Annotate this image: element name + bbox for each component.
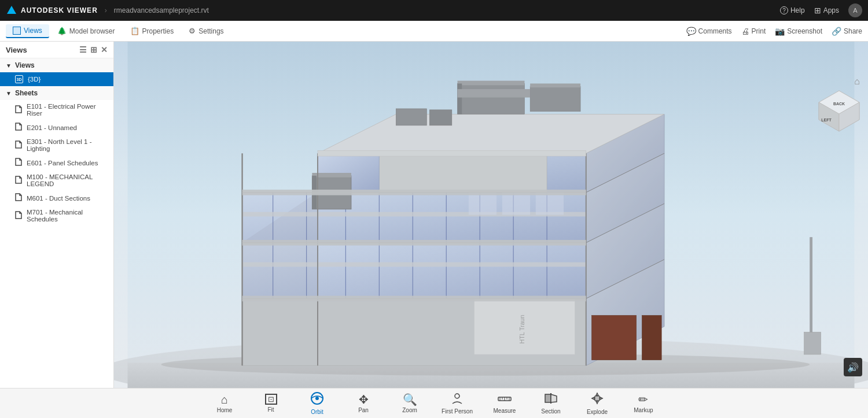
svg-rect-45 (429, 110, 452, 125)
first-person-tool[interactable]: First Person (442, 392, 473, 415)
pan-tool-label: Pan (358, 407, 369, 413)
pan-tool[interactable]: ✥ Pan (349, 394, 378, 413)
sheets-section-label: Sheets (15, 89, 38, 97)
sheet-item-label: M601 - Duct Sections (27, 195, 108, 202)
sound-icon: 🔊 (847, 362, 859, 373)
svg-marker-90 (551, 394, 557, 402)
svg-rect-42 (530, 83, 580, 87)
svg-rect-44 (396, 109, 426, 125)
svg-text:LEFT: LEFT (821, 118, 832, 122)
top-bar: AUTODESK VIEWER › rmeadvancedsampleproje… (0, 0, 868, 21)
section-tool-label: Section (541, 408, 560, 415)
sheets-section-header[interactable]: ▼ Sheets (0, 86, 113, 100)
measure-tool-label: Measure (494, 408, 516, 414)
tab-settings[interactable]: ⚙ Settings (182, 24, 230, 38)
views-sidebar: Views ☰ ⊞ ✕ ▼ Views 3D {3D} ▼ Sheets (0, 42, 114, 388)
svg-marker-36 (379, 153, 547, 193)
sheet-item-label: M701 - Mechanical Schedules (27, 209, 108, 223)
sheet-icon (15, 211, 22, 221)
help-label: Help (790, 6, 805, 14)
model-browser-label: Model browser (69, 27, 115, 35)
main-content: Views ☰ ⊞ ✕ ▼ Views 3D {3D} ▼ Sheets (0, 42, 868, 388)
svg-rect-19 (242, 262, 586, 267)
first-person-tool-icon (451, 392, 464, 406)
comments-icon: 💬 (686, 27, 696, 36)
grid-view-icon[interactable]: ⊞ (90, 45, 97, 54)
help-button[interactable]: ? Help (780, 6, 805, 14)
sheet-item-label: E301 - North Level 1 - Lighting (27, 138, 108, 152)
screenshot-button[interactable]: 📷 Screenshot (775, 27, 822, 36)
navigation-cube[interactable]: BACK LEFT (816, 88, 862, 134)
svg-rect-65 (502, 193, 530, 215)
sidebar-item-m601[interactable]: M601 - Duct Sections (0, 190, 113, 206)
print-button[interactable]: 🖨 Print (741, 27, 766, 36)
svg-rect-95 (595, 396, 599, 401)
model-browser-icon: 🌲 (57, 27, 67, 35)
svg-rect-43 (458, 89, 531, 97)
sidebar-item-e601[interactable]: E601 - Panel Schedules (0, 155, 113, 171)
apps-button[interactable]: ⊞ Apps (814, 6, 839, 15)
close-sidebar-icon[interactable]: ✕ (101, 45, 108, 54)
tab-model-browser[interactable]: 🌲 Model browser (50, 24, 122, 38)
fit-tool-label: Fit (267, 406, 274, 413)
sound-button[interactable]: 🔊 (844, 358, 862, 376)
svg-rect-66 (536, 193, 564, 215)
share-button[interactable]: 🔗 Share (832, 27, 862, 36)
views-section-chevron-icon: ▼ (6, 62, 12, 69)
sidebar-item-e101[interactable]: E101 - Electrical Power Riser (0, 100, 113, 120)
settings-label: Settings (198, 27, 223, 35)
sheet-icon (15, 176, 22, 186)
views-section-header[interactable]: ▼ Views (0, 58, 113, 72)
orbit-tool-icon (310, 391, 324, 407)
apps-icon: ⊞ (814, 6, 821, 15)
zoom-tool[interactable]: 🔍 Zoom (395, 394, 424, 413)
sidebar-item-m701[interactable]: M701 - Mechanical Schedules (0, 206, 113, 225)
comments-label: Comments (698, 27, 732, 35)
main-toolbar: Views 🌲 Model browser 📋 Properties ⚙ Set… (0, 21, 868, 42)
list-view-icon[interactable]: ☰ (79, 45, 87, 54)
explode-tool[interactable]: Explode (583, 391, 612, 415)
tab-views[interactable]: Views (6, 24, 49, 38)
3d-viewport[interactable]: HTL Traun (114, 42, 868, 388)
user-avatar[interactable]: A (848, 3, 862, 17)
sidebar-header-actions: ☰ ⊞ ✕ (79, 45, 108, 54)
markup-tool[interactable]: ✏ Markup (629, 394, 658, 413)
section-tool[interactable]: Section (536, 392, 565, 415)
sheet-item-label: E601 - Panel Schedules (27, 160, 108, 167)
orbit-tool-label: Orbit (311, 409, 323, 415)
properties-label: Properties (142, 27, 174, 35)
explode-tool-icon (590, 391, 604, 407)
sidebar-item-e301[interactable]: E301 - North Level 1 - Lighting (0, 135, 113, 155)
tab-properties[interactable]: 📋 Properties (123, 24, 181, 38)
fit-tool[interactable]: ⊡ Fit (256, 394, 285, 413)
sheet-icon (15, 193, 22, 203)
home-tool-label: Home (217, 407, 233, 413)
sheet-item-label: E101 - Electrical Power Riser (27, 103, 108, 117)
home-tool[interactable]: ⌂ Home (210, 394, 239, 413)
sheet-icon (15, 105, 22, 115)
sidebar-title: Views (6, 46, 27, 54)
views-section-label: Views (15, 61, 35, 69)
svg-marker-8 (242, 193, 586, 243)
apps-label: Apps (823, 6, 839, 14)
measure-tool[interactable]: Measure (490, 393, 519, 414)
sidebar-item-m100[interactable]: M100 - MECHANICAL LEGEND (0, 171, 113, 190)
project-file: rmeadvancedsampleproject.rvt (114, 6, 209, 14)
svg-marker-7 (242, 243, 586, 299)
topbar-actions: ? Help ⊞ Apps A (780, 3, 862, 17)
sheets-section-chevron-icon: ▼ (6, 90, 12, 97)
sidebar-item-e201[interactable]: E201 - Unnamed (0, 120, 113, 135)
svg-marker-0 (7, 6, 16, 14)
building-svg: HTL Traun (114, 42, 868, 388)
markup-tool-icon: ✏ (638, 394, 648, 405)
comments-button[interactable]: 💬 Comments (686, 27, 732, 36)
orbit-tool[interactable]: Orbit (303, 391, 332, 415)
sidebar-item-3d[interactable]: 3D {3D} (0, 72, 113, 86)
toolbar-right-actions: 💬 Comments 🖨 Print 📷 Screenshot 🔗 Share (686, 27, 862, 36)
properties-icon: 📋 (130, 27, 139, 35)
views-icon (13, 27, 21, 35)
explode-tool-label: Explode (587, 409, 608, 415)
home-view-button[interactable]: ⌂ (854, 76, 860, 87)
svg-rect-67 (810, 237, 812, 338)
svg-rect-51 (591, 315, 636, 360)
